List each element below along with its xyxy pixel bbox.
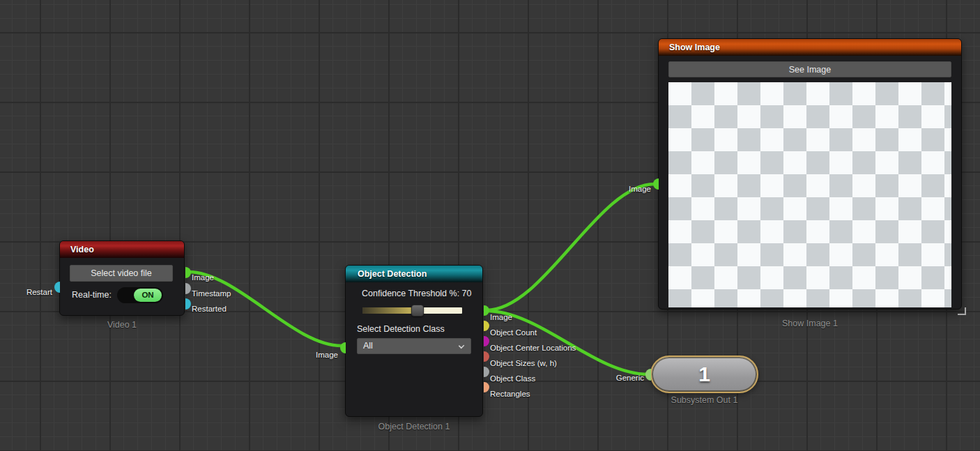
realtime-toggle[interactable]: ON — [117, 287, 163, 303]
object-detection-node-caption: Object Detection 1 — [345, 422, 483, 431]
node-show-image[interactable]: Show Image See Image Image — [658, 38, 962, 309]
subsystem-out-caption: Subsystem Out 1 — [650, 395, 758, 405]
port-label-restarted: Restarted — [192, 305, 227, 313]
confidence-slider[interactable] — [362, 307, 462, 314]
port-generic-input[interactable] — [645, 369, 651, 381]
port-label-image: Image — [490, 313, 512, 321]
node-object-detection[interactable]: Object Detection Confidence Threshold %:… — [345, 265, 483, 417]
see-image-button[interactable]: See Image — [668, 61, 951, 77]
node-resize-handle[interactable] — [958, 307, 966, 315]
wire-detection-to-showimage[interactable] — [487, 184, 654, 310]
confidence-slider-handle[interactable] — [411, 305, 424, 316]
port-label-object-class: Object Class — [490, 374, 535, 383]
toggle-on-knob: ON — [134, 289, 162, 302]
node-video[interactable]: Video Select video file Real-time: ON Re… — [59, 240, 185, 316]
detection-class-dropdown[interactable]: All — [357, 338, 471, 354]
show-image-node-caption: Show Image 1 — [658, 319, 962, 328]
video-node-header[interactable]: Video — [60, 241, 184, 258]
port-label-restart: Restart — [26, 288, 52, 296]
chevron-down-icon — [459, 343, 464, 349]
port-label-generic: Generic — [616, 374, 644, 382]
realtime-label: Real-time: — [72, 290, 112, 300]
port-label-timestamp: Timestamp — [192, 289, 231, 298]
node-subsystem-out[interactable]: 1 Generic — [650, 356, 758, 393]
port-label-object-center-locations: Object Center Locations — [490, 344, 576, 352]
object-detection-node-header[interactable]: Object Detection — [346, 266, 482, 282]
confidence-threshold-label: Confidence Threshold %: 70 — [362, 289, 483, 298]
show-image-node-header[interactable]: Show Image — [659, 39, 961, 56]
video-node-caption: Video 1 — [59, 320, 185, 330]
port-label-image-input: Image — [629, 185, 651, 193]
port-label-object-count: Object Count — [490, 328, 537, 337]
image-preview-checkerboard — [668, 82, 951, 307]
node-editor-canvas[interactable]: Video Select video file Real-time: ON Re… — [0, 0, 980, 451]
port-label-object-sizes: Object Sizes (w, h) — [490, 359, 557, 367]
detection-class-value: All — [363, 341, 373, 351]
port-label-image-input: Image — [316, 351, 338, 359]
subsystem-out-value: 1 — [652, 357, 757, 392]
port-label-rectangles: Rectangles — [490, 390, 530, 398]
confidence-slider-fill — [362, 307, 418, 314]
select-video-file-button[interactable]: Select video file — [70, 265, 173, 282]
detection-class-label: Select Detection Class — [357, 324, 445, 334]
port-label-image: Image — [192, 273, 214, 282]
